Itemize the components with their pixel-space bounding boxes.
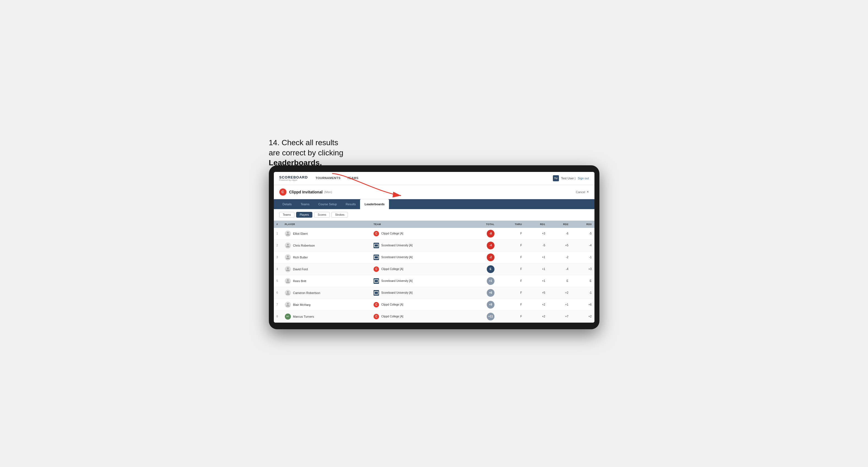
tab-teams[interactable]: Teams [296,199,314,209]
tab-bar: Details Teams Course Setup Results Leade… [274,199,594,209]
tournament-title: Clippd Invitational [289,190,322,194]
cell-rd2: E [548,275,571,287]
cell-team: Scoreboard University [A] [371,287,467,299]
filter-strokes[interactable]: Strokes [331,212,348,218]
table-row: 5Rees BrittScoreboard University [A]+1F+… [274,275,594,287]
cell-rd3: +6 [571,299,594,311]
cell-team: Scoreboard University [A] [371,240,467,251]
team-name: Scoreboard University [A] [381,279,412,282]
instruction-bold: Leaderboards. [269,158,322,167]
col-team: TEAM [371,221,467,228]
cell-rank: 5 [274,275,282,287]
cell-rd2: -2 [548,251,571,263]
player-name: Rich Butler [293,256,308,259]
team-icon-scoreboard [374,255,379,260]
sign-out-link[interactable]: Sign out [578,177,589,180]
cell-rank: 2 [274,240,282,251]
nav-user-area: TU Test User | Sign out [553,175,589,181]
score-badge: +9 [487,301,494,309]
player-avatar [285,290,291,296]
player-avatar [285,302,291,308]
cell-rd1: +3 [525,228,548,240]
instruction-number: 14. [269,138,280,147]
cell-rank: 8 [274,311,282,322]
cell-rd1: -5 [525,240,548,251]
app-nav: SCOREBOARD Powered by clippd TOURNAMENTS… [274,172,594,185]
cell-thru: F [497,275,525,287]
cell-player: Rees Britt [282,275,371,287]
cell-total: +9 [467,299,497,311]
cell-team: Scoreboard University [A] [371,275,467,287]
cell-player: Blair McHarg [282,299,371,311]
team-icon-clippd: C [374,267,379,272]
filter-players[interactable]: Players [296,212,312,218]
tablet-screen: SCOREBOARD Powered by clippd TOURNAMENTS… [274,172,594,323]
player-name: Rees Britt [293,279,306,283]
tablet-frame: SCOREBOARD Powered by clippd TOURNAMENTS… [269,165,599,329]
cell-rd1: +1 [525,263,548,275]
player-name: Chris Robertson [293,244,315,247]
cell-rd1: +1 [525,251,548,263]
cell-team: CClippd College [A] [371,299,467,311]
cell-rd3: -5 [571,228,594,240]
table-row: 2Chris RobertsonScoreboard University [A… [274,240,594,251]
player-name: Cameron Robertson [293,291,320,294]
cell-thru: F [497,263,525,275]
player-avatar: MT [285,314,291,320]
table-header-row: # PLAYER TEAM TOTAL THRU RD1 RD2 RD3 [274,221,594,228]
cell-rank: 4 [274,263,282,275]
cell-rank: 6 [274,287,282,299]
arrow-indicator [324,171,412,204]
tournament-header: C Clippd Invitational (Men) Cancel ✕ [274,185,594,199]
cell-rd2: +2 [548,287,571,299]
cell-rd3: +3 [571,263,594,275]
cell-total: -2 [467,251,497,263]
player-avatar [285,243,291,249]
team-icon-scoreboard [374,278,379,284]
team-name: Scoreboard University [A] [381,291,412,294]
cell-team: CClippd College [A] [371,311,467,322]
instruction-line1: Check all results [282,138,338,147]
brand-logo: SCOREBOARD Powered by clippd [279,176,308,181]
cell-thru: F [497,299,525,311]
tab-details[interactable]: Details [278,199,297,209]
filter-bar: Teams Players Scores Strokes [274,209,594,221]
table-row: 4David FordCClippd College [A]EF+1-4+3 [274,263,594,275]
team-name: Clippd College [A] [381,303,403,306]
team-icon-clippd: C [374,231,379,237]
cell-rd1: +1 [525,275,548,287]
team-icon-scoreboard [374,290,379,295]
team-icon-clippd: C [374,314,379,319]
cell-player: Cameron Robertson [282,287,371,299]
instruction-block: 14. Check all results are correct by cli… [269,138,374,168]
table-row: 1Elliot EbertCClippd College [A]-8F+3-6-… [274,228,594,240]
col-rd2: RD2 [548,221,571,228]
cell-player: Elliot Ebert [282,228,371,240]
tournament-icon: C [279,188,286,196]
cancel-icon: ✕ [586,190,589,194]
cell-rd1: +5 [525,287,548,299]
cell-thru: F [497,228,525,240]
score-badge: +11 [487,313,494,320]
col-player: PLAYER [282,221,371,228]
filter-scores[interactable]: Scores [314,212,330,218]
col-rd1: RD1 [525,221,548,228]
cell-rank: 3 [274,251,282,263]
cell-total: -8 [467,228,497,240]
instruction-line2: are correct by clicking [269,149,343,157]
player-avatar [285,278,291,284]
cell-rd2: +1 [548,299,571,311]
cell-rd3: +2 [571,311,594,322]
cell-player: Chris Robertson [282,240,371,251]
filter-teams[interactable]: Teams [279,212,294,218]
player-avatar [285,230,291,237]
cell-thru: F [497,251,525,263]
score-badge: +6 [487,289,494,297]
cell-rd2: +5 [548,240,571,251]
cell-player: David Ford [282,263,371,275]
player-name: Blair McHarg [293,303,311,306]
cell-total: E [467,263,497,275]
cell-total: +11 [467,311,497,322]
cell-thru: F [497,311,525,322]
cancel-button[interactable]: Cancel ✕ [576,190,589,194]
